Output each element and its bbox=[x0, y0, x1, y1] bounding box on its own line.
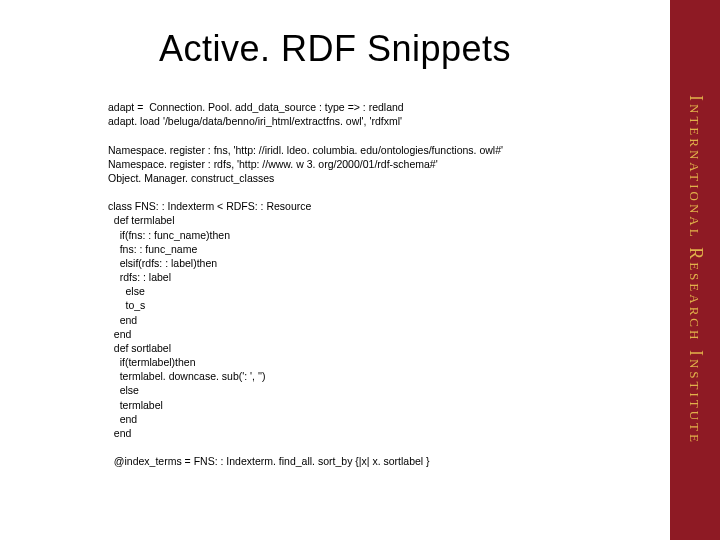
content-area: Active. RDF Snippets adapt = Connection.… bbox=[0, 0, 670, 540]
code-block: adapt = Connection. Pool. add_data_sourc… bbox=[0, 100, 670, 468]
slide: Active. RDF Snippets adapt = Connection.… bbox=[0, 0, 720, 540]
brand-sidebar: International Research Institute bbox=[670, 0, 720, 540]
brand-text: International Research Institute bbox=[685, 95, 706, 445]
slide-title: Active. RDF Snippets bbox=[0, 28, 670, 70]
